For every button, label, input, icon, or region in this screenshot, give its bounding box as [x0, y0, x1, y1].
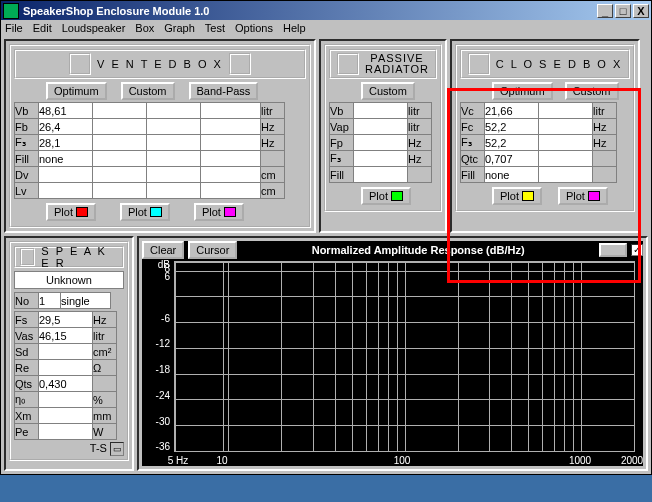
cell-label: Vas [15, 328, 39, 344]
cell-bp2[interactable] [201, 167, 261, 183]
cell-unit: litr [408, 119, 432, 135]
maximize-button[interactable]: □ [615, 4, 631, 18]
cell-custom[interactable] [539, 103, 593, 119]
cell-custom[interactable] [93, 167, 147, 183]
speaker-type[interactable]: single [61, 293, 111, 309]
cell-value[interactable] [354, 167, 408, 183]
cell-custom[interactable] [539, 119, 593, 135]
chart-checkbox[interactable]: ✓ [631, 244, 643, 256]
cell-value[interactable]: 46,15 [39, 328, 93, 344]
cell-value[interactable]: 52,2 [485, 135, 539, 151]
cell-value[interactable] [354, 119, 408, 135]
vented-plot-bp-button[interactable]: Plot [194, 203, 244, 221]
cell-custom[interactable] [93, 135, 147, 151]
vented-bandpass-button[interactable]: Band-Pass [189, 82, 259, 100]
cell-value[interactable]: 0,430 [39, 376, 93, 392]
cell-value[interactable]: 52,2 [485, 119, 539, 135]
print-icon[interactable] [599, 243, 627, 257]
cell-value[interactable] [354, 103, 408, 119]
menu-help[interactable]: Help [283, 22, 306, 34]
cell-value[interactable] [354, 151, 408, 167]
ts-button[interactable]: ▭ [110, 442, 124, 456]
cell-custom[interactable] [93, 119, 147, 135]
xlabel: 100 [394, 455, 411, 466]
menu-loudspeaker[interactable]: Loudspeaker [62, 22, 126, 34]
cell-value[interactable]: none [485, 167, 539, 183]
cell-custom[interactable] [539, 135, 593, 151]
closed-plot-custom-button[interactable]: Plot [558, 187, 608, 205]
cell-unit: litr [261, 103, 285, 119]
cell-label: Fb [15, 119, 39, 135]
closed-plot-opt-button[interactable]: Plot [492, 187, 542, 205]
cell-value[interactable] [39, 344, 93, 360]
cell-value[interactable]: 29,5 [39, 312, 93, 328]
cell-unit [93, 376, 117, 392]
menu-box[interactable]: Box [135, 22, 154, 34]
cell-bp2[interactable] [201, 103, 261, 119]
cell-custom[interactable] [539, 167, 593, 183]
chart-clear-button[interactable]: Clear [142, 241, 184, 259]
cell-value[interactable]: 1 [39, 293, 61, 309]
cell-value[interactable] [39, 360, 93, 376]
menu-test[interactable]: Test [205, 22, 225, 34]
ts-label: T-S [90, 442, 107, 454]
ylabel: -12 [144, 338, 170, 349]
vented-custom-button[interactable]: Custom [121, 82, 175, 100]
cell-bp[interactable] [147, 119, 201, 135]
swatch-cyan [150, 207, 162, 217]
cell-bp2[interactable] [201, 135, 261, 151]
cell-value[interactable]: 26,4 [39, 119, 93, 135]
cell-value[interactable]: 28,1 [39, 135, 93, 151]
menubar: File Edit Loudspeaker Box Graph Test Opt… [1, 20, 651, 36]
cell-bp2[interactable] [201, 119, 261, 135]
cell-bp[interactable] [147, 167, 201, 183]
menu-file[interactable]: File [5, 22, 23, 34]
cell-value[interactable] [39, 408, 93, 424]
cell-bp[interactable] [147, 183, 201, 199]
cell-value[interactable] [39, 424, 93, 440]
cell-bp[interactable] [147, 151, 201, 167]
cell-label: Vc [461, 103, 485, 119]
cell-value[interactable] [354, 135, 408, 151]
closed-icon [468, 53, 490, 75]
cell-unit: litr [93, 328, 117, 344]
cell-custom[interactable] [93, 183, 147, 199]
cell-value[interactable]: 0,707 [485, 151, 539, 167]
passive-plot-button[interactable]: Plot [361, 187, 411, 205]
swatch-yellow [522, 191, 534, 201]
cell-custom[interactable] [93, 103, 147, 119]
cell-bp[interactable] [147, 135, 201, 151]
menu-graph[interactable]: Graph [164, 22, 195, 34]
menu-options[interactable]: Options [235, 22, 273, 34]
cell-value[interactable] [39, 392, 93, 408]
cell-label: Fill [15, 151, 39, 167]
cell-bp2[interactable] [201, 183, 261, 199]
cell-value[interactable]: 21,66 [485, 103, 539, 119]
cell-label: Fs [15, 312, 39, 328]
menu-edit[interactable]: Edit [33, 22, 52, 34]
close-button[interactable]: X [633, 4, 649, 18]
closed-grid: Vc21,66litr Fc52,2Hz F₃52,2Hz Qtc0,707 F… [460, 102, 617, 183]
cell-value[interactable] [39, 183, 93, 199]
ylabel: 6 [144, 271, 170, 282]
cell-bp2[interactable] [201, 151, 261, 167]
closed-optimum-button[interactable]: Optimum [492, 82, 553, 100]
cell-label: Pe [15, 424, 39, 440]
xlabel: 1000 [569, 455, 591, 466]
closed-custom-button[interactable]: Custom [565, 82, 619, 100]
vented-optimum-button[interactable]: Optimum [46, 82, 107, 100]
cell-custom[interactable] [539, 151, 593, 167]
chart-title: Normalized Amplitude Response (dB/Hz) [241, 244, 595, 256]
vented-plot-opt-button[interactable]: Plot [46, 203, 96, 221]
cell-custom[interactable] [93, 151, 147, 167]
cell-value[interactable] [39, 167, 93, 183]
passive-custom-button[interactable]: Custom [361, 82, 415, 100]
cell-bp[interactable] [147, 103, 201, 119]
chart-cursor-button[interactable]: Cursor [188, 241, 237, 259]
cell-label: Vap [330, 119, 354, 135]
speaker-name[interactable]: Unknown [14, 271, 124, 289]
cell-value[interactable]: 48,61 [39, 103, 93, 119]
minimize-button[interactable]: _ [597, 4, 613, 18]
cell-value[interactable]: none [39, 151, 93, 167]
vented-plot-custom-button[interactable]: Plot [120, 203, 170, 221]
